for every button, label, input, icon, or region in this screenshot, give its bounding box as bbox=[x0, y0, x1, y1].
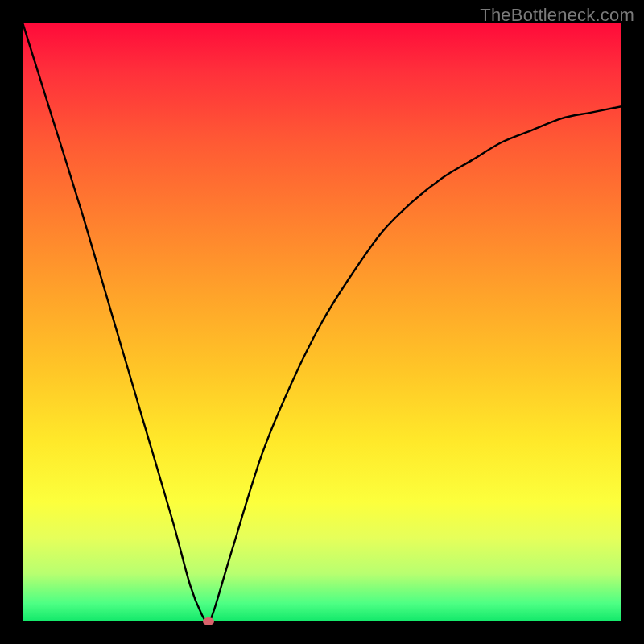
chart-frame: TheBottleneck.com bbox=[0, 0, 644, 644]
watermark-text: TheBottleneck.com bbox=[480, 5, 634, 26]
minimum-point-marker bbox=[203, 617, 214, 625]
bottleneck-curve bbox=[23, 23, 621, 621]
plot-area bbox=[23, 23, 621, 621]
